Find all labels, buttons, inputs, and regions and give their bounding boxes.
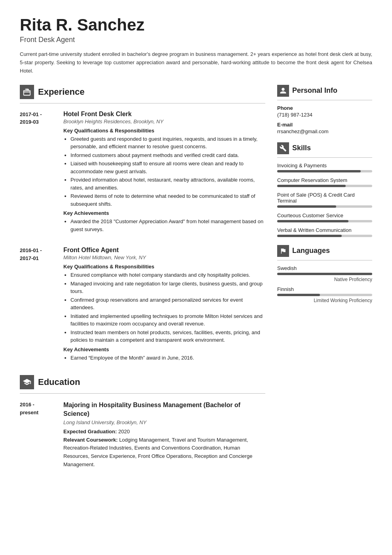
languages-section: Languages SwedishNative ProficiencyFinni…: [277, 245, 372, 303]
personal-info-title: Personal Info: [292, 86, 337, 95]
personal-info-section: Personal Info Phone (718) 987-1234 E-mai…: [277, 85, 372, 134]
entry-job-title: Hotel Front Desk Clerk: [63, 111, 265, 118]
entry-company: Brooklyn Heights Residences, Brooklyn, N…: [63, 119, 265, 124]
lang-proficiency-0: Native Proficiency: [277, 277, 372, 282]
candidate-summary: Current part-time university student enr…: [20, 50, 372, 75]
skills-section: Skills Invoicing & PaymentsComputer Rese…: [277, 142, 372, 237]
skills-list: Invoicing & PaymentsComputer Reservation…: [277, 163, 372, 237]
languages-header: Languages: [277, 245, 372, 257]
skill-name-0: Invoicing & Payments: [277, 163, 372, 168]
skill-bar-fill-0: [277, 170, 361, 172]
entry-qualifications-title: Key Qualifications & Responsibilities: [63, 128, 265, 134]
email-label: E-mail: [277, 122, 372, 128]
languages-list: SwedishNative ProficiencyFinnishLimited …: [277, 265, 372, 303]
skill-bar-fill-4: [277, 235, 342, 237]
experience-entries: 2017-01 -2019-03Hotel Front Desk ClerkBr…: [20, 111, 265, 364]
skill-bar-bg-3: [277, 220, 372, 222]
entry-dates: 2017-01 -2019-03: [20, 111, 55, 236]
phone-value: (718) 987-1234: [277, 112, 372, 118]
experience-entry-0: 2017-01 -2019-03Hotel Front Desk ClerkBr…: [20, 111, 265, 236]
lang-name-1: Finnish: [277, 286, 372, 292]
experience-section: Experience 2017-01 -2019-03Hotel Front D…: [20, 85, 265, 364]
list-item: Provided information about hotel, restau…: [70, 176, 265, 191]
list-item: Liaised with housekeeping staff to ensur…: [70, 160, 265, 175]
edu-coursework: Relevant Coursework: Lodging Management,…: [63, 436, 265, 469]
personal-info-header: Personal Info: [277, 85, 372, 97]
skill-bar-bg-1: [277, 185, 372, 187]
lang-bar-bg-1: [277, 294, 372, 296]
edu-school: Long Island University, Brooklyn, NY: [63, 419, 265, 425]
edu-dates: 2016 -present: [20, 401, 55, 469]
skill-bar-bg-4: [277, 235, 372, 237]
lang-proficiency-1: Limited Working Proficiency: [277, 298, 372, 303]
email-value: rrsanchez@gmail.com: [277, 128, 372, 134]
skill-name-1: Computer Reservation System: [277, 177, 372, 183]
skill-bar-bg-2: [277, 205, 372, 208]
skills-title: Skills: [292, 144, 311, 152]
entry-qualifications-title: Key Qualifications & Responsibilities: [63, 264, 265, 270]
candidate-name: Rita R. Sanchez: [20, 16, 372, 34]
edu-graduation: Expected Graduation: 2020: [63, 428, 265, 436]
list-item: Earned “Employee of the Month” award in …: [70, 354, 265, 362]
resume-header: Rita R. Sanchez Front Desk Agent Current…: [20, 16, 372, 75]
experience-icon: [20, 85, 34, 99]
candidate-title: Front Desk Agent: [20, 36, 372, 44]
edu-degree: Majoring in Hospitality Business Managem…: [63, 401, 265, 419]
left-column: Experience 2017-01 -2019-03Hotel Front D…: [20, 85, 265, 480]
education-entry-0: 2016 -presentMajoring in Hospitality Bus…: [20, 401, 265, 469]
personal-info-icon: [277, 85, 289, 97]
list-item: Reviewed items of note to determine what…: [70, 192, 265, 208]
languages-title: Languages: [292, 247, 330, 255]
entry-company: Milton Hotel Midtown, New York, NY: [63, 255, 265, 260]
skill-name-4: Verbal & Written Communication: [277, 227, 372, 233]
list-item: Awarded the 2018 "Customer Appreciation …: [70, 218, 265, 233]
list-item: Initiated and implemented upselling tech…: [70, 312, 265, 328]
right-column: Personal Info Phone (718) 987-1234 E-mai…: [277, 85, 372, 480]
edu-content: Majoring in Hospitality Business Managem…: [63, 401, 265, 469]
entry-bullets: Greeted guests and responded to guest in…: [63, 135, 265, 208]
experience-header: Experience: [20, 85, 265, 99]
skill-bar-fill-2: [277, 205, 336, 208]
education-title: Education: [38, 377, 80, 387]
experience-entry-1: 2016-01 -2017-01Front Office AgentMilton…: [20, 247, 265, 364]
lang-bar-fill-0: [277, 273, 372, 275]
entry-achievements-title: Key Achievements: [63, 210, 265, 216]
list-item: Informed customers about payment methods…: [70, 151, 265, 159]
list-item: Confirmed group reservations and arrange…: [70, 296, 265, 312]
phone-label: Phone: [277, 105, 372, 111]
skill-name-3: Courteous Customer Service: [277, 212, 372, 218]
skill-bar-fill-3: [277, 220, 348, 222]
lang-bar-bg-0: [277, 273, 372, 275]
education-entries: 2016 -presentMajoring in Hospitality Bus…: [20, 401, 265, 469]
list-item: Managed invoicing and rate negotiation f…: [70, 280, 265, 295]
skill-bar-fill-1: [277, 185, 346, 187]
experience-title: Experience: [38, 87, 84, 97]
education-icon: [20, 375, 34, 389]
entry-content: Hotel Front Desk ClerkBrooklyn Heights R…: [63, 111, 265, 236]
entry-dates: 2016-01 -2017-01: [20, 247, 55, 364]
skills-icon: [277, 142, 289, 154]
skill-name-2: Point of Sale (POS) & Credit Card Termin…: [277, 192, 372, 204]
list-item: Ensured compliance with hotel company st…: [70, 271, 265, 279]
skills-header: Skills: [277, 142, 372, 154]
skill-bar-bg-0: [277, 170, 372, 172]
entry-bullets: Ensured compliance with hotel company st…: [63, 271, 265, 344]
entry-content: Front Office AgentMilton Hotel Midtown, …: [63, 247, 265, 364]
list-item: Greeted guests and responded to guest in…: [70, 135, 265, 151]
lang-name-0: Swedish: [277, 265, 372, 271]
entry-achievements-list: Awarded the 2018 "Customer Appreciation …: [63, 218, 265, 233]
education-header: Education: [20, 375, 265, 389]
entry-achievements-list: Earned “Employee of the Month” award in …: [63, 354, 265, 362]
entry-job-title: Front Office Agent: [63, 247, 265, 254]
lang-bar-fill-1: [277, 294, 320, 296]
entry-achievements-title: Key Achievements: [63, 346, 265, 352]
languages-icon: [277, 245, 289, 257]
education-section: Education 2016 -presentMajoring in Hospi…: [20, 375, 265, 469]
list-item: Instructed team members on hotel product…: [70, 329, 265, 344]
